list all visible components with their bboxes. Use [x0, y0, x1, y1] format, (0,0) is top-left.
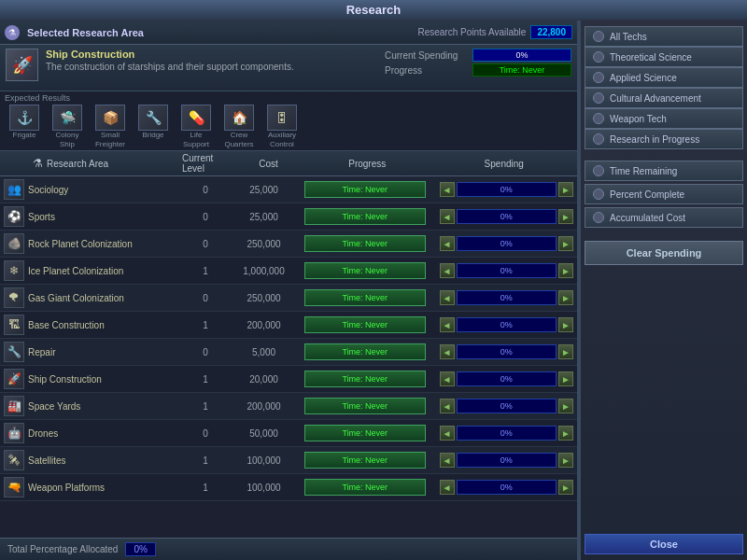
table-body: 👥 Sociology 0 25,000 Time: Never ◄ 0% ► …: [0, 176, 577, 538]
row-name-cell: 🪨 Rock Planet Colonization: [0, 231, 177, 256]
spend-increase-button[interactable]: ►: [558, 426, 573, 441]
tech-result-item: 💊 Life Support: [176, 105, 216, 148]
table-row[interactable]: 🪨 Rock Planet Colonization 0 250,000 Tim…: [0, 231, 577, 258]
col-cost: Cost: [238, 153, 299, 174]
spend-bar: 0%: [457, 453, 557, 468]
tech-result-icon: ⚓: [9, 105, 39, 131]
table-row[interactable]: ❄ Ice Planet Colonization 1 1,000,000 Ti…: [0, 258, 577, 285]
display-option-button[interactable]: Percent Complete: [585, 184, 743, 204]
filter-button-all-techs[interactable]: All Techs: [585, 26, 743, 47]
row-cost: 25,000: [233, 185, 294, 195]
spend-decrease-button[interactable]: ◄: [440, 182, 455, 197]
spend-increase-button[interactable]: ►: [558, 182, 573, 197]
row-name: Ship Construction: [28, 374, 102, 385]
tech-result-item: 🔧 Bridge: [134, 105, 173, 148]
window-title: Research: [346, 3, 402, 17]
spend-increase-button[interactable]: ►: [558, 371, 573, 386]
tech-result-icon: 🛸: [52, 105, 82, 131]
spend-increase-button[interactable]: ►: [558, 344, 573, 359]
spend-bar: 0%: [457, 182, 557, 197]
tech-result-label: Small Freighter: [91, 131, 130, 148]
tech-result-item: 🏠 Crew Quarters: [219, 105, 259, 148]
spending-row: Current Spending 0%: [385, 49, 571, 62]
display-dot: [593, 212, 604, 223]
row-cost: 100,000: [233, 455, 294, 466]
row-level: 0: [177, 293, 233, 303]
row-spending-cell: ◄ 0% ►: [436, 288, 578, 307]
row-spending-cell: ◄ 0% ►: [436, 207, 578, 226]
main-container: ⚗ Selected Research Area Research Points…: [0, 21, 747, 560]
col-spending: Spending: [436, 153, 573, 174]
table-row[interactable]: 🚀 Ship Construction 1 20,000 Time: Never…: [0, 366, 577, 393]
tech-result-icon: 🎛: [267, 105, 297, 131]
spend-decrease-button[interactable]: ◄: [440, 399, 455, 413]
display-label: Accumulated Cost: [610, 213, 685, 223]
row-progress-cell: Time: Never: [294, 477, 436, 497]
tech-result-label: Life Support: [176, 131, 216, 148]
row-icon: 🏭: [4, 396, 24, 416]
spend-decrease-button[interactable]: ◄: [440, 209, 455, 224]
row-cost: 100,000: [233, 483, 294, 493]
tech-result-item: 🛸 Colony Ship: [48, 105, 87, 148]
filter-label: Weapon Tech: [610, 114, 667, 124]
tech-result-label: Crew Quarters: [219, 131, 259, 148]
row-progress-cell: Time: Never: [294, 423, 436, 443]
spend-decrease-button[interactable]: ◄: [440, 236, 455, 251]
tech-result-label: Bridge: [142, 131, 163, 140]
tech-result-label: Frigate: [13, 131, 36, 140]
spend-increase-button[interactable]: ►: [558, 209, 573, 224]
table-row[interactable]: 🏗 Base Construction 1 200,000 Time: Neve…: [0, 312, 577, 339]
row-spending-cell: ◄ 0% ►: [436, 234, 578, 253]
spend-decrease-button[interactable]: ◄: [440, 426, 455, 441]
spend-decrease-button[interactable]: ◄: [440, 344, 455, 359]
table-row[interactable]: 🛰 Satellites 1 100,000 Time: Never ◄ 0% …: [0, 447, 577, 474]
display-option-button[interactable]: Accumulated Cost: [585, 207, 743, 228]
row-level: 0: [177, 239, 233, 249]
spend-increase-button[interactable]: ►: [558, 480, 573, 495]
row-name: Repair: [28, 347, 55, 357]
spend-decrease-button[interactable]: ◄: [440, 371, 455, 386]
display-option-button[interactable]: Time Remaining: [585, 161, 743, 181]
tech-result-label: Colony Ship: [48, 131, 87, 148]
row-spending-cell: ◄ 0% ►: [436, 370, 578, 388]
filter-button-research-in-progress[interactable]: Research in Progress: [585, 129, 743, 149]
spend-increase-button[interactable]: ►: [558, 236, 573, 251]
tech-right-info: Current Spending 0% Progress Time: Never: [385, 49, 571, 77]
total-label: Total Percentage Allocated: [7, 544, 118, 554]
filter-button-applied-science[interactable]: Applied Science: [585, 67, 743, 88]
row-icon: 🤖: [4, 423, 24, 443]
spend-decrease-button[interactable]: ◄: [440, 480, 455, 495]
filter-label: Research in Progress: [610, 134, 699, 145]
spend-decrease-button[interactable]: ◄: [440, 453, 455, 468]
table-row[interactable]: 👥 Sociology 0 25,000 Time: Never ◄ 0% ►: [0, 176, 577, 203]
spend-increase-button[interactable]: ►: [558, 399, 573, 413]
table-row[interactable]: 🌪 Gas Giant Colonization 0 250,000 Time:…: [0, 285, 577, 312]
spend-decrease-button[interactable]: ◄: [440, 263, 455, 278]
spend-decrease-button[interactable]: ◄: [440, 317, 455, 332]
table-row[interactable]: 🏭 Space Yards 1 200,000 Time: Never ◄ 0%…: [0, 393, 577, 420]
spend-bar: 0%: [457, 317, 557, 332]
spend-increase-button[interactable]: ►: [558, 263, 573, 278]
spend-increase-button[interactable]: ►: [558, 453, 573, 468]
close-button[interactable]: Close: [585, 534, 743, 554]
tech-result-icon: 💊: [181, 105, 211, 131]
spending-label: Current Spending: [385, 50, 469, 61]
row-level: 1: [177, 320, 233, 330]
spend-increase-button[interactable]: ►: [558, 290, 573, 305]
table-row[interactable]: 🔧 Repair 0 5,000 Time: Never ◄ 0% ►: [0, 339, 577, 366]
row-name: Sociology: [28, 185, 68, 195]
clear-spending-button[interactable]: Clear Spending: [585, 241, 743, 265]
filter-button-cultural-advancement[interactable]: Cultural Advancement: [585, 88, 743, 108]
tech-icon: 🚀: [6, 49, 38, 81]
filter-button-theoretical-science[interactable]: Theoretical Science: [585, 47, 743, 67]
spend-decrease-button[interactable]: ◄: [440, 290, 455, 305]
spend-increase-button[interactable]: ►: [558, 317, 573, 332]
row-level: 1: [177, 401, 233, 412]
table-row[interactable]: 🔫 Weapon Platforms 1 100,000 Time: Never…: [0, 474, 577, 501]
filter-button-weapon-tech[interactable]: Weapon Tech: [585, 108, 743, 129]
filter-dot: [593, 51, 604, 63]
row-icon: 🛰: [4, 450, 24, 470]
table-row[interactable]: 🤖 Drones 0 50,000 Time: Never ◄ 0% ►: [0, 420, 577, 447]
table-row[interactable]: ⚽ Sports 0 25,000 Time: Never ◄ 0% ►: [0, 203, 577, 231]
tech-result-icon: 🔧: [138, 105, 168, 131]
